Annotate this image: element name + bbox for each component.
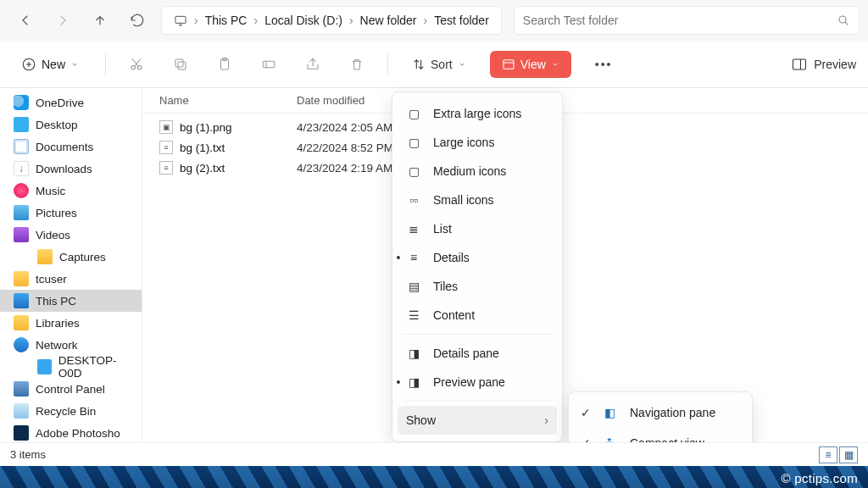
- taskbar: [0, 466, 868, 488]
- sidebar-item-label: DESKTOP-O0D: [58, 354, 135, 380]
- breadcrumb-pc-icon[interactable]: [169, 14, 192, 26]
- view-icon: [502, 58, 515, 71]
- sidebar-item[interactable]: DESKTOP-O0D: [0, 356, 142, 378]
- breadcrumb[interactable]: Test folder: [429, 14, 494, 27]
- menu-details-pane[interactable]: ◨Details pane: [394, 339, 560, 368]
- menu-preview-pane[interactable]: •◨Preview pane: [394, 368, 560, 396]
- sort-button[interactable]: Sort: [405, 54, 473, 75]
- sidebar-item[interactable]: Downloads: [0, 158, 142, 180]
- breadcrumb[interactable]: This PC: [200, 14, 253, 27]
- grid-icon: ▢: [406, 136, 421, 149]
- file-date: 4/23/2024 2:19 AM: [297, 162, 392, 175]
- folder-icon: [14, 425, 29, 441]
- search-input[interactable]: [523, 14, 837, 27]
- rename-button[interactable]: [255, 51, 282, 78]
- sidebar-item-label: Network: [36, 339, 78, 352]
- content-icon: ☰: [406, 308, 421, 322]
- folder-icon: [37, 249, 53, 264]
- menu-list[interactable]: ≣List: [394, 214, 560, 243]
- chevron-right-icon: ›: [422, 14, 430, 27]
- sidebar-item-label: Documents: [36, 141, 93, 153]
- search-icon: [837, 14, 850, 27]
- sidebar-item-label: This PC: [36, 295, 76, 308]
- folder-icon: [14, 183, 29, 198]
- command-bar: New Sort View ••• Preview: [0, 41, 868, 88]
- sidebar-item[interactable]: Recycle Bin: [0, 400, 142, 422]
- new-button[interactable]: New: [12, 51, 88, 78]
- menu-extra-large-icons[interactable]: ▢Extra large icons: [394, 99, 560, 128]
- details-pane-icon: ◨: [406, 347, 421, 360]
- file-date: 4/22/2024 8:52 PM: [297, 141, 393, 154]
- folder-icon: [14, 315, 29, 330]
- refresh-button[interactable]: [120, 5, 154, 36]
- menu-medium-icons[interactable]: ▢Medium icons: [394, 157, 560, 186]
- sidebar-item[interactable]: Adobe Photosho: [0, 422, 142, 444]
- thumbnail-view-toggle[interactable]: ▦: [839, 446, 858, 463]
- sidebar-item[interactable]: OneDrive: [0, 92, 142, 114]
- item-count: 3 items: [10, 448, 46, 461]
- breadcrumb[interactable]: Local Disk (D:): [259, 14, 348, 27]
- details-icon: ≡: [406, 251, 421, 264]
- column-name[interactable]: Name: [159, 94, 297, 107]
- titlebar-nav: › This PC › Local Disk (D:) › New folder…: [0, 0, 868, 41]
- sidebar-item[interactable]: Music: [0, 180, 142, 202]
- column-date[interactable]: Date modified: [297, 94, 364, 107]
- sidebar-item-label: Videos: [36, 229, 70, 241]
- up-button[interactable]: [83, 5, 117, 36]
- menu-large-icons[interactable]: ▢Large icons: [394, 128, 560, 157]
- svg-rect-10: [504, 59, 514, 69]
- paste-button[interactable]: [211, 51, 238, 78]
- folder-icon: [14, 403, 29, 419]
- sidebar-item-label: Downloads: [36, 163, 92, 175]
- forward-button[interactable]: [46, 5, 80, 36]
- sidebar-item[interactable]: Captures: [0, 246, 142, 268]
- share-button[interactable]: [299, 51, 326, 78]
- sidebar-item[interactable]: Desktop: [0, 114, 142, 136]
- sidebar-item[interactable]: Videos: [0, 224, 142, 246]
- view-button[interactable]: View: [490, 51, 571, 78]
- search-box[interactable]: [514, 6, 860, 35]
- details-view-toggle[interactable]: ≡: [819, 446, 837, 463]
- file-name: bg (1).txt: [180, 141, 225, 154]
- file-name: bg (1).png: [180, 121, 232, 134]
- sidebar-item-label: Pictures: [36, 207, 77, 219]
- menu-small-icons[interactable]: ▫▫Small icons: [394, 186, 560, 214]
- menu-tiles[interactable]: ▤Tiles: [394, 272, 560, 301]
- bullet-icon: •: [392, 251, 404, 264]
- chevron-right-icon: ›: [192, 14, 200, 27]
- breadcrumb[interactable]: New folder: [355, 14, 422, 27]
- delete-button[interactable]: [343, 51, 370, 78]
- copy-button[interactable]: [167, 51, 194, 78]
- sidebar-item[interactable]: This PC: [0, 290, 142, 312]
- sidebar-item[interactable]: Network: [0, 334, 142, 356]
- sidebar-item-label: Control Panel: [36, 383, 105, 396]
- sidebar-item[interactable]: tcuser: [0, 268, 142, 290]
- menu-content[interactable]: ☰Content: [394, 301, 560, 330]
- cut-button[interactable]: [123, 51, 150, 78]
- chevron-down-icon: [70, 60, 79, 69]
- sidebar-item[interactable]: Control Panel: [0, 378, 142, 400]
- sidebar-item[interactable]: Libraries: [0, 312, 142, 334]
- menu-details[interactable]: •≡Details: [394, 243, 560, 272]
- nav-pane-icon: ◧: [604, 406, 620, 419]
- sidebar-item-label: Adobe Photosho: [36, 427, 120, 440]
- more-button[interactable]: •••: [588, 54, 620, 75]
- sidebar-item[interactable]: Documents: [0, 136, 142, 158]
- grid-icon: ▢: [406, 164, 421, 178]
- sidebar-item-label: Captures: [59, 251, 106, 263]
- menu-separator: [403, 334, 552, 335]
- folder-icon: [14, 161, 29, 176]
- back-button[interactable]: [8, 5, 42, 36]
- sidebar-item-label: Desktop: [36, 119, 78, 131]
- divider: [105, 53, 106, 75]
- sidebar-item-label: Libraries: [36, 317, 80, 330]
- svg-point-1: [839, 16, 846, 23]
- address-bar[interactable]: › This PC › Local Disk (D:) › New folder…: [161, 6, 502, 35]
- sort-icon: [412, 58, 426, 71]
- menu-navigation-pane[interactable]: ✓◧Navigation pane: [570, 397, 750, 428]
- menu-show[interactable]: Show›: [398, 406, 557, 435]
- sidebar-item[interactable]: Pictures: [0, 202, 142, 224]
- preview-pane-toggle[interactable]: Preview: [792, 58, 856, 71]
- grid-icon: ▢: [406, 107, 421, 120]
- file-icon: ≡: [159, 141, 173, 154]
